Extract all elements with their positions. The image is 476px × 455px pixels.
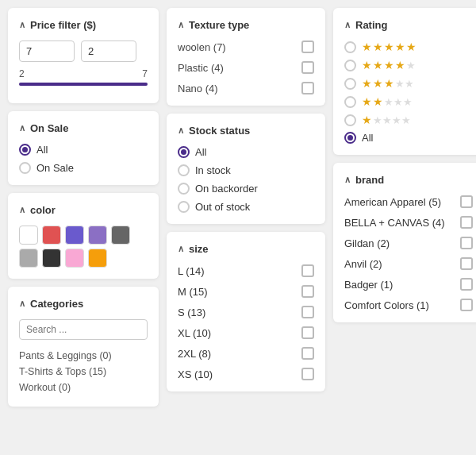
chevron-icon: ∧: [344, 20, 351, 30]
brand-title: ∧ brand: [344, 174, 473, 186]
swatch-darkgray[interactable]: [111, 226, 130, 245]
list-item: XS (10): [178, 368, 314, 380]
on-sale-title: ∧ On Sale: [19, 122, 148, 134]
texture-type-card: ∧ Texture type woolen (7) Plastic (4) Na…: [167, 8, 325, 106]
list-item: Gildan (2): [344, 237, 473, 249]
categories-card: ∧ Categories Pants & Leggings (0) T-Shir…: [8, 287, 159, 407]
brand-anvil-checkbox[interactable]: [460, 257, 473, 270]
brand-americanapparel-checkbox[interactable]: [460, 195, 473, 208]
radio-5star: [344, 41, 356, 53]
brand-gildan-checkbox[interactable]: [460, 237, 473, 249]
swatch-black[interactable]: [42, 249, 61, 268]
rating-card: ∧ Rating ★★★★★ ★★★★★ ★★★★★: [333, 8, 476, 155]
color-swatches: [19, 226, 148, 268]
list-item[interactable]: Pants & Leggings (0): [19, 348, 148, 364]
brand-comfortcolors-checkbox[interactable]: [460, 299, 473, 311]
price-max-input[interactable]: [81, 40, 136, 62]
price-range-labels: 2 7: [19, 68, 148, 79]
chevron-icon: ∧: [178, 20, 184, 30]
range-fill: [19, 83, 148, 86]
brand-list: American Apparel (5) BELLA + CANVAS (4) …: [344, 195, 473, 311]
chevron-icon: ∧: [19, 205, 25, 215]
brand-bellacanvas-checkbox[interactable]: [460, 216, 473, 229]
size-m-checkbox[interactable]: [301, 285, 314, 298]
size-card: ∧ size L (14) M (15) S (13) XL (10): [167, 232, 325, 391]
list-item: Badger (1): [344, 278, 473, 291]
list-item[interactable]: T-Shirts & Tops (15): [19, 364, 148, 380]
list-item: Comfort Colors (1): [344, 299, 473, 311]
radio-onsale: [19, 162, 31, 174]
stock-options: All In stock On backorder Out of stock: [178, 146, 314, 213]
brand-card: ∧ brand American Apparel (5) BELLA + CAN…: [333, 163, 476, 322]
radio-outofstock: [178, 201, 190, 213]
swatch-violet[interactable]: [88, 226, 107, 245]
size-list: L (14) M (15) S (13) XL (10) 2XL (8): [178, 264, 314, 380]
radio-all: [19, 144, 31, 156]
stock-option-outofstock[interactable]: Out of stock: [178, 201, 314, 213]
list-item: BELLA + CANVAS (4): [344, 216, 473, 229]
size-s-checkbox[interactable]: [301, 306, 314, 318]
category-search-input[interactable]: [19, 319, 148, 340]
swatch-yellow[interactable]: [88, 249, 107, 268]
size-title: ∧ size: [178, 243, 314, 255]
categories-title: ∧ Categories: [19, 298, 148, 310]
radio-3star: [344, 78, 356, 90]
color-title: ∧ color: [19, 204, 148, 216]
stock-option-instock[interactable]: In stock: [178, 164, 314, 176]
texture-type-title: ∧ Texture type: [178, 19, 314, 31]
rating-options: ★★★★★ ★★★★★ ★★★★★ ★★★★: [344, 40, 473, 144]
1-star: ★: [362, 114, 373, 126]
5-stars: ★★★★★: [362, 40, 417, 53]
chevron-icon: ∧: [178, 125, 184, 136]
swatch-red[interactable]: [42, 226, 61, 245]
size-xs-checkbox[interactable]: [301, 368, 314, 380]
rating-1-option[interactable]: ★★★★★: [344, 114, 473, 126]
list-item: American Apparel (5): [344, 195, 473, 208]
rating-all-option[interactable]: All: [344, 132, 473, 144]
rating-2-option[interactable]: ★★★★★: [344, 95, 473, 108]
size-l-checkbox[interactable]: [301, 264, 314, 277]
list-item: M (15): [178, 285, 314, 298]
on-sale-option-onsale[interactable]: On Sale: [19, 162, 148, 174]
stock-option-all[interactable]: All: [178, 146, 314, 158]
rating-3-option[interactable]: ★★★★★: [344, 77, 473, 90]
on-sale-card: ∧ On Sale All On Sale: [8, 111, 159, 185]
list-item[interactable]: Workout (0): [19, 380, 148, 395]
texture-list: woolen (7) Plastic (4) Nano (4): [178, 40, 314, 94]
rating-4-option[interactable]: ★★★★★: [344, 59, 473, 71]
radio-2star: [344, 96, 356, 108]
price-filter-card: ∧ Price filter ($) 2 7: [8, 8, 159, 103]
4-stars: ★★★★: [362, 59, 406, 71]
texture-plastic-checkbox[interactable]: [301, 61, 314, 74]
brand-badger-checkbox[interactable]: [460, 278, 473, 291]
size-2xl-checkbox[interactable]: [301, 347, 314, 360]
radio-backorder: [178, 183, 190, 195]
price-inputs: [19, 40, 148, 62]
list-item: Anvil (2): [344, 257, 473, 270]
on-sale-option-all[interactable]: All: [19, 144, 148, 156]
stock-option-backorder[interactable]: On backorder: [178, 183, 314, 195]
on-sale-options: All On Sale: [19, 144, 148, 174]
list-item: Nano (4): [178, 82, 314, 94]
swatch-white[interactable]: [19, 226, 38, 245]
texture-nano-checkbox[interactable]: [301, 82, 314, 94]
texture-woolen-checkbox[interactable]: [301, 40, 314, 53]
list-item: S (13): [178, 306, 314, 318]
list-item: woolen (7): [178, 40, 314, 53]
size-xl-checkbox[interactable]: [301, 326, 314, 339]
rating-title: ∧ Rating: [344, 19, 473, 31]
list-item: Plastic (4): [178, 61, 314, 74]
rating-5-option[interactable]: ★★★★★: [344, 40, 473, 53]
chevron-icon: ∧: [19, 123, 25, 133]
stock-status-title: ∧ Stock status: [178, 125, 314, 137]
radio-all: [178, 146, 190, 158]
color-card: ∧ color: [8, 193, 159, 279]
swatch-purple[interactable]: [65, 226, 84, 245]
chevron-icon: ∧: [344, 175, 351, 185]
chevron-icon: ∧: [19, 299, 25, 309]
swatch-gray[interactable]: [19, 249, 38, 268]
price-min-input[interactable]: [19, 40, 75, 62]
3-stars: ★★★: [362, 77, 395, 90]
swatch-pink[interactable]: [65, 249, 84, 268]
radio-4star: [344, 60, 356, 71]
